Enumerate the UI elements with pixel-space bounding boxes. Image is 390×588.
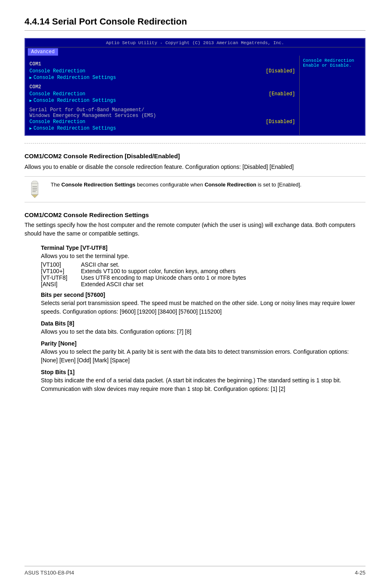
option-value-0-3: Extended ASCII char set — [81, 281, 365, 287]
bios-sidebar-label1: Console Redirection — [303, 58, 361, 63]
bios-com1-redirection: Console Redirection [Disabled] — [29, 68, 295, 74]
bios-header: Aptio Setup Utility - Copyright (C) 2013… — [25, 39, 365, 47]
setting-item-0: Terminal Type [VT-UTF8]Allows you to set… — [41, 245, 365, 287]
bios-ems-line1: Serial Port for Out-of-Band Management/ — [29, 107, 295, 113]
setting-item-1: Bits per second [57600]Selects serial po… — [41, 292, 365, 316]
note-icon — [25, 181, 45, 198]
option-key-0-2: [VT-UTF8] — [41, 274, 78, 281]
bios-com2-label: COM2 — [29, 84, 295, 90]
setting-item-2: Data Bits [8]Allows you to set the data … — [41, 320, 365, 336]
setting-options-0: [VT100]ASCII char set.[VT100+]Extends VT… — [41, 261, 365, 287]
page-title: 4.4.14 Serial Port Console Redirection — [25, 16, 365, 31]
bios-tab-advanced[interactable]: Advanced — [28, 48, 58, 56]
bios-com2-redirection: Console Redirection [Enabled] — [29, 91, 295, 97]
section1-heading: COM1/COM2 Console Redirection [Disabled/… — [25, 153, 365, 159]
pencil-icon — [26, 181, 43, 198]
setting-body-4: Stop bits indicate the end of a serial d… — [41, 376, 365, 393]
setting-item-4: Stop Bits [1]Stop bits indicate the end … — [41, 369, 365, 393]
option-key-0-1: [VT100+] — [41, 268, 78, 274]
bios-ems-settings[interactable]: Console Redirection Settings — [29, 125, 295, 132]
bios-ems-redirection: Console Redirection [Disabled] — [29, 119, 295, 125]
footer-left: ASUS TS100-E8-PI4 — [25, 570, 74, 576]
setting-title-0: Terminal Type [VT-UTF8] — [41, 245, 365, 251]
setting-title-1: Bits per second [57600] — [41, 292, 365, 298]
option-value-0-0: ASCII char set. — [81, 261, 365, 268]
bios-main: COM1 Console Redirection [Disabled] Cons… — [25, 56, 299, 135]
note-text-part2: becomes configurable when — [135, 182, 204, 188]
note-text-part3: is set to [Enabled]. — [256, 182, 302, 188]
bios-com1-label: COM1 — [29, 61, 295, 67]
setting-body-1: Selects serial port transmission speed. … — [41, 299, 365, 316]
footer-right: 4-25 — [355, 570, 365, 576]
svg-marker-2 — [31, 195, 38, 198]
bios-screen: Aptio Setup Utility - Copyright (C) 2013… — [25, 38, 365, 136]
bios-sidebar-label2: Enable or Disable. — [303, 63, 361, 68]
bios-body: COM1 Console Redirection [Disabled] Cons… — [25, 56, 365, 135]
bios-sidebar: Console Redirection Enable or Disable. — [299, 56, 365, 135]
note-text: The Console Redirection Settings becomes… — [51, 181, 301, 189]
note-text-bold1: Console Redirection Settings — [61, 182, 135, 188]
setting-body-0: Allows you to set the terminal type. — [41, 252, 365, 260]
setting-title-3: Parity [None] — [41, 340, 365, 347]
option-value-0-2: Uses UTF8 encoding to map Unicode chars … — [81, 274, 365, 281]
settings-list: Terminal Type [VT-UTF8]Allows you to set… — [25, 245, 365, 393]
setting-body-2: Allows you to set the data bits. Configu… — [41, 328, 365, 336]
bios-ems-line2: Windows Emergency Management Services (E… — [29, 113, 295, 119]
section2-heading: COM1/COM2 Console Redirection Settings — [25, 211, 365, 218]
setting-title-4: Stop Bits [1] — [41, 369, 365, 375]
section1-body: Allows you to enable or disable the cons… — [25, 163, 365, 171]
page-footer: ASUS TS100-E8-PI4 4-25 — [25, 566, 365, 576]
setting-title-2: Data Bits [8] — [41, 320, 365, 327]
section2-body: The settings specify how the host comput… — [25, 221, 365, 238]
option-key-0-0: [VT100] — [41, 261, 78, 268]
bios-com2-settings[interactable]: Console Redirection Settings — [29, 97, 295, 104]
bios-tabs: Advanced — [25, 47, 365, 56]
bios-com1-settings[interactable]: Console Redirection Settings — [29, 74, 295, 81]
option-key-0-3: [ANSI] — [41, 281, 78, 287]
bios-divider — [25, 143, 365, 144]
setting-body-3: Allows you to select the parity bit. A p… — [41, 348, 365, 365]
note-text-bold2: Console Redirection — [204, 182, 256, 188]
note-box: The Console Redirection Settings becomes… — [25, 176, 365, 202]
setting-item-3: Parity [None]Allows you to select the pa… — [41, 340, 365, 365]
svg-rect-1 — [31, 183, 38, 194]
option-value-0-1: Extends VT100 to support color, function… — [81, 268, 365, 274]
note-text-part1: The — [51, 182, 61, 188]
